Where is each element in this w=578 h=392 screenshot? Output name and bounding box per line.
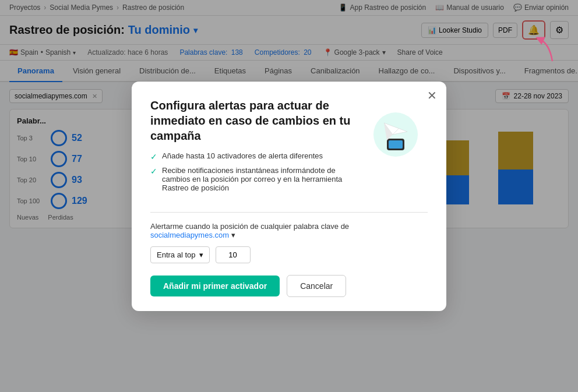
modal-title: Configura alertas para actuar de inmedia… xyxy=(150,98,354,143)
svg-rect-11 xyxy=(389,140,403,149)
dropdown-chevron-icon: ▾ xyxy=(199,250,203,259)
cancel-button[interactable]: Cancelar xyxy=(287,275,346,297)
modal-divider xyxy=(150,212,428,213)
modal-close-button[interactable]: ✕ xyxy=(427,90,437,101)
modal-content: Configura alertas para actuar de inmedia… xyxy=(150,98,354,203)
add-trigger-button[interactable]: Añadir mi primer activador xyxy=(150,276,280,296)
alert-config-modal: ✕ Configura alertas para actuar de inmed… xyxy=(132,82,446,311)
modal-controls: Entra al top ▾ xyxy=(150,246,428,263)
modal-domain-link[interactable]: socialmediapymes.com xyxy=(150,231,231,239)
alert-type-dropdown[interactable]: Entra al top ▾ xyxy=(150,246,210,263)
modal-alert-description: Alertarme cuando la posición de cualquie… xyxy=(150,222,428,239)
domain-chevron-icon[interactable]: ▾ xyxy=(231,231,235,239)
check-icon-2: ✓ xyxy=(150,167,157,176)
modal-features-list: ✓ Añade hasta 10 activadores de alerta d… xyxy=(150,151,354,192)
check-icon-1: ✓ xyxy=(150,152,157,161)
paper-plane-svg xyxy=(366,103,425,161)
modal-body: Configura alertas para actuar de inmedia… xyxy=(150,98,428,203)
modal-feature-2: ✓ Recibe notificaciones instantáneas inf… xyxy=(150,166,354,192)
modal-illustration xyxy=(364,98,428,203)
dropdown-label: Entra al top xyxy=(157,250,196,259)
modal-feature-1: ✓ Añade hasta 10 activadores de alerta d… xyxy=(150,151,354,161)
top-number-input[interactable] xyxy=(216,246,251,263)
modal-overlay[interactable]: ✕ Configura alertas para actuar de inmed… xyxy=(0,0,578,392)
modal-actions: Añadir mi primer activador Cancelar xyxy=(150,275,428,297)
